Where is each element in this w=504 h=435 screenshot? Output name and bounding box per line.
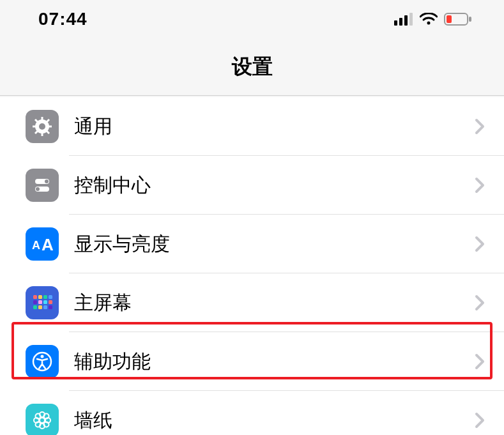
toggles-icon [26, 169, 59, 202]
svg-rect-33 [38, 305, 42, 309]
accessibility-icon [26, 345, 59, 378]
row-display-brightness[interactable]: A A 显示与亮度 [0, 215, 504, 273]
svg-line-17 [47, 119, 49, 122]
app-grid-icon [26, 286, 59, 319]
chevron-right-icon [475, 353, 485, 370]
svg-rect-26 [43, 295, 47, 299]
status-time: 07:44 [38, 9, 88, 29]
svg-text:A: A [32, 239, 40, 252]
svg-rect-34 [43, 305, 47, 309]
chevron-right-icon [475, 177, 485, 194]
chevron-right-icon [475, 294, 485, 311]
svg-rect-0 [394, 20, 397, 26]
svg-rect-7 [447, 15, 452, 23]
row-label: 显示与亮度 [74, 231, 475, 257]
nav-title-text: 设置 [232, 53, 273, 81]
svg-rect-29 [38, 300, 42, 304]
chevron-right-icon [475, 118, 485, 135]
text-size-icon: A A [26, 227, 59, 261]
svg-rect-28 [33, 300, 37, 304]
status-icons [394, 13, 472, 26]
svg-rect-6 [469, 17, 471, 22]
svg-rect-31 [49, 300, 52, 304]
svg-point-38 [40, 418, 45, 423]
svg-rect-27 [49, 295, 52, 299]
battery-low-icon [444, 13, 472, 26]
svg-rect-30 [43, 300, 47, 304]
svg-line-15 [47, 131, 49, 134]
svg-point-19 [45, 179, 49, 183]
svg-line-16 [35, 131, 38, 134]
nav-title: 设置 [0, 38, 504, 96]
svg-rect-24 [33, 295, 37, 299]
row-wallpaper[interactable]: 墙纸 [0, 391, 504, 435]
svg-rect-3 [409, 13, 413, 26]
row-label: 墙纸 [74, 408, 475, 434]
wifi-icon [420, 13, 438, 26]
row-control-center[interactable]: 控制中心 [0, 156, 504, 215]
flower-icon [26, 404, 59, 435]
svg-line-14 [35, 119, 38, 122]
svg-rect-32 [33, 305, 37, 309]
chevron-right-icon [475, 236, 485, 252]
status-bar: 07:44 [0, 0, 504, 38]
gear-icon [26, 110, 59, 143]
svg-point-21 [36, 187, 40, 191]
svg-point-4 [427, 22, 431, 25]
cellular-signal-icon [394, 13, 413, 26]
row-label: 辅助功能 [74, 349, 475, 375]
svg-rect-35 [49, 305, 52, 309]
svg-rect-25 [38, 295, 42, 299]
svg-point-37 [41, 355, 44, 358]
row-home-screen[interactable]: 主屏幕 [0, 273, 504, 332]
svg-rect-1 [399, 18, 402, 26]
chevron-right-icon [475, 412, 485, 429]
svg-rect-2 [404, 15, 408, 26]
row-accessibility[interactable]: 辅助功能 [0, 332, 504, 391]
svg-text:A: A [42, 235, 54, 254]
settings-list: 通用 控制中心 A A 显示与亮度 [0, 97, 504, 435]
row-label: 通用 [74, 114, 475, 140]
svg-point-9 [39, 123, 45, 130]
row-label: 控制中心 [74, 172, 475, 199]
row-label: 主屏幕 [74, 290, 475, 316]
row-general[interactable]: 通用 [0, 97, 504, 156]
